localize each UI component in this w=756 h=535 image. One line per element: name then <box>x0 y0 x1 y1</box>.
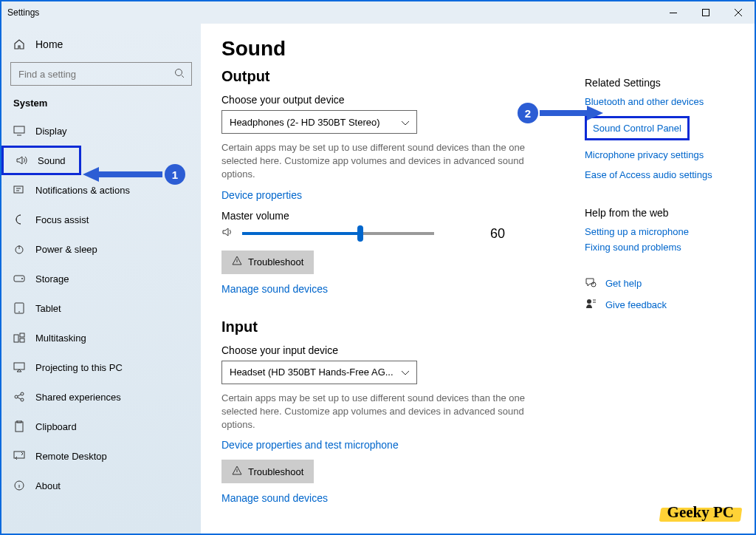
warning-icon <box>232 256 242 268</box>
about-icon <box>13 480 25 491</box>
search-input[interactable] <box>10 62 192 86</box>
nav-power[interactable]: Power & sleep <box>1 234 201 264</box>
help-mic-link[interactable]: Setting up a microphone <box>585 226 740 237</box>
input-troubleshoot-button[interactable]: Troubleshoot <box>221 460 314 483</box>
remote-icon <box>13 450 25 462</box>
input-device-properties-link[interactable]: Device properties and test microphone <box>221 439 399 451</box>
nav-clipboard[interactable]: Clipboard <box>1 412 201 441</box>
feedback-icon <box>585 298 597 312</box>
related-mic-privacy-link[interactable]: Microphone privacy settings <box>585 149 740 160</box>
nav-label: Clipboard <box>35 421 77 432</box>
clipboard-icon <box>13 420 25 432</box>
volume-value: 60 <box>490 226 505 242</box>
page-title: Sound <box>221 37 555 61</box>
output-desc: Certain apps may be set up to use differ… <box>221 141 539 182</box>
nav-label: Power & sleep <box>35 244 97 255</box>
nav-label: Tablet <box>35 303 61 314</box>
tablet-icon <box>13 302 25 314</box>
nav-label: Sound <box>38 155 66 166</box>
nav-display[interactable]: Display <box>1 116 201 146</box>
svg-marker-26 <box>587 106 603 120</box>
help-fixing-link[interactable]: Fixing sound problems <box>585 242 740 253</box>
input-device-label: Choose your input device <box>221 344 555 356</box>
feedback-label: Give feedback <box>605 299 667 310</box>
moon-icon <box>13 214 25 225</box>
output-device-dropdown[interactable]: Headphones (2- HD 350BT Stereo) <box>221 110 417 134</box>
power-icon <box>13 243 25 255</box>
svg-rect-11 <box>20 333 24 337</box>
volume-slider[interactable] <box>242 232 434 235</box>
home-icon <box>13 38 25 50</box>
output-manage-link[interactable]: Manage sound devices <box>221 283 328 295</box>
get-help-label: Get help <box>605 278 642 289</box>
related-panel: Related Settings Bluetooth and other dev… <box>585 37 740 534</box>
nav-storage[interactable]: Storage <box>1 264 201 293</box>
related-ease-access-link[interactable]: Ease of Access audio settings <box>585 169 740 180</box>
svg-rect-12 <box>20 338 24 342</box>
svg-rect-0 <box>670 13 677 13</box>
output-troubleshoot-button[interactable]: Troubleshoot <box>221 251 314 274</box>
annotation-badge-1: 1 <box>165 164 185 185</box>
nav-label: Notifications & actions <box>35 185 130 196</box>
output-device-label: Choose your output device <box>221 94 555 106</box>
search-icon <box>174 68 185 81</box>
input-desc: Certain apps may be set up to use differ… <box>221 392 539 432</box>
input-manage-link[interactable]: Manage sound devices <box>221 492 328 504</box>
feedback-link[interactable]: Give feedback <box>585 298 740 312</box>
window-title: Settings <box>7 7 39 18</box>
input-device-dropdown[interactable]: Headset (HD 350BT Hands-Free AG... <box>221 361 417 384</box>
nav-label: Shared experiences <box>35 392 121 403</box>
svg-marker-24 <box>83 167 99 182</box>
nav-label: Projecting to this PC <box>35 362 123 373</box>
nav-tablet[interactable]: Tablet <box>1 293 201 323</box>
nav-remote[interactable]: Remote Desktop <box>1 441 201 471</box>
nav-label: Remote Desktop <box>35 451 107 462</box>
svg-point-7 <box>21 278 23 279</box>
nav-about[interactable]: About <box>1 471 201 500</box>
notifications-icon <box>13 184 25 196</box>
svg-rect-1 <box>703 10 709 16</box>
nav-projecting[interactable]: Projecting to this PC <box>1 352 201 382</box>
troubleshoot-label: Troubleshoot <box>248 466 303 477</box>
warning-icon <box>232 466 242 478</box>
volume-label: Master volume <box>221 210 555 222</box>
input-heading: Input <box>221 318 555 335</box>
volume-icon[interactable] <box>221 227 233 240</box>
svg-rect-3 <box>14 126 24 133</box>
sidebar: Home System Display Sound Notifications … <box>1 24 201 534</box>
nav-focus-assist[interactable]: Focus assist <box>1 205 201 234</box>
chevron-down-icon <box>402 117 409 128</box>
chevron-down-icon <box>402 367 409 378</box>
sound-icon <box>16 154 27 166</box>
nav-shared[interactable]: Shared experiences <box>1 382 201 412</box>
nav-sound[interactable]: Sound <box>1 146 81 175</box>
annotation-arrow-2 <box>540 105 603 121</box>
svg-point-14 <box>15 395 18 398</box>
shared-icon <box>13 391 25 403</box>
svg-point-16 <box>21 398 24 401</box>
output-device-properties-link[interactable]: Device properties <box>221 189 302 201</box>
related-heading: Related Settings <box>585 77 740 89</box>
svg-point-15 <box>21 392 24 395</box>
nav-label: About <box>35 480 61 491</box>
close-button[interactable] <box>722 1 755 24</box>
svg-rect-13 <box>14 363 24 369</box>
nav-label: Focus assist <box>35 214 89 225</box>
home-label: Home <box>35 38 63 50</box>
home-nav[interactable]: Home <box>1 30 201 59</box>
nav-label: Multitasking <box>35 333 86 344</box>
related-bluetooth-link[interactable]: Bluetooth and other devices <box>585 96 740 107</box>
storage-icon <box>13 273 25 284</box>
minimize-button[interactable] <box>657 1 690 24</box>
projecting-icon <box>13 361 25 373</box>
svg-rect-4 <box>14 186 23 193</box>
svg-point-22 <box>587 299 591 304</box>
get-help-link[interactable]: Get help <box>585 276 740 290</box>
help-heading: Help from the web <box>585 207 740 219</box>
nav-label: Display <box>35 126 67 137</box>
svg-point-2 <box>176 69 182 76</box>
maximize-button[interactable] <box>690 1 722 24</box>
output-device-value: Headphones (2- HD 350BT Stereo) <box>230 117 380 128</box>
nav-multitasking[interactable]: Multitasking <box>1 323 201 352</box>
annotation-arrow-1 <box>83 166 165 183</box>
